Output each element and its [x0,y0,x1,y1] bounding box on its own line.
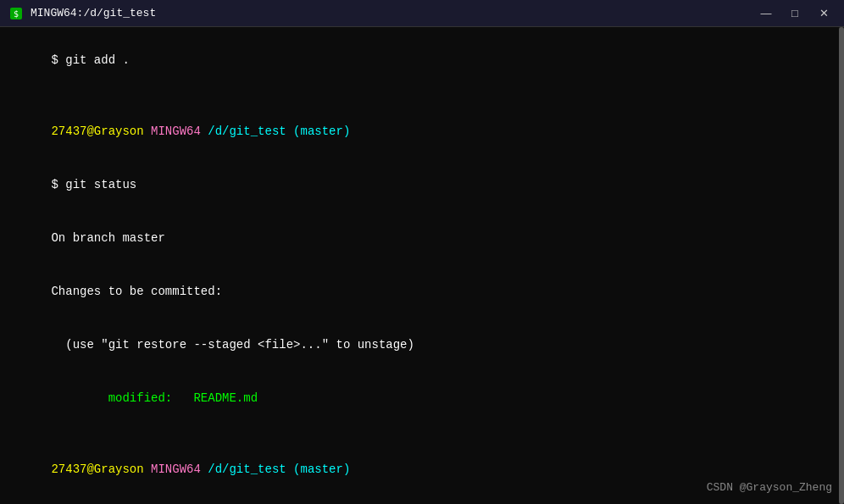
titlebar: $ MINGW64:/d/git_test — □ ✕ [0,0,844,27]
terminal-line: (use "git restore --staged <file>..." to… [8,318,836,372]
terminal-line: $ git status [8,158,836,212]
app-icon: $ [8,6,24,21]
close-button[interactable]: ✕ [812,4,836,23]
terminal-line: $ git commit -m "change README" [8,496,836,504]
terminal-line: Changes to be committed: [8,265,836,318]
watermark: CSDN @Grayson_Zheng [707,479,832,496]
terminal-body[interactable]: $ git add . 27437@Grayson MINGW64 /d/git… [0,27,844,504]
terminal-line: $ git add . [8,34,836,87]
window-title: MINGW64:/d/git_test [31,7,754,19]
scrollbar-thumb[interactable] [839,27,844,504]
maximize-button[interactable]: □ [783,4,807,23]
scrollbar[interactable] [839,27,844,504]
svg-text:$: $ [14,9,19,19]
terminal-line [8,87,836,105]
minimize-button[interactable]: — [754,4,778,23]
prompt-line: 27437@Grayson MINGW64 /d/git_test (maste… [8,105,836,158]
terminal-line: On branch master [8,212,836,265]
window-controls: — □ ✕ [754,4,836,23]
terminal-line: modified: README.md [8,372,836,425]
terminal-window: $ MINGW64:/d/git_test — □ ✕ $ git add . … [0,0,844,504]
terminal-line [8,425,836,443]
